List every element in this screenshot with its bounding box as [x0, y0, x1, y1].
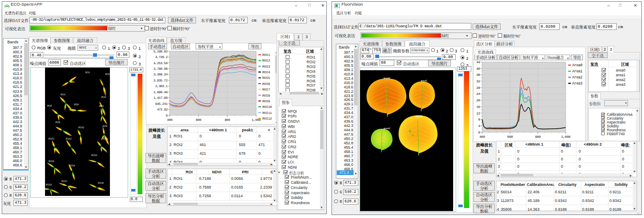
svg-text:ROI4: ROI4 [262, 70, 270, 74]
svg-text:ROI9: ROI9 [262, 99, 270, 103]
svg-text:400: 400 [480, 135, 486, 139]
svg-text:945.241: 945.241 [155, 102, 168, 106]
svg-text:28: 28 [476, 86, 480, 90]
svg-text:2,835.72: 2,835.72 [154, 79, 168, 82]
svg-text:16: 16 [476, 105, 480, 109]
svg-text:20: 20 [476, 98, 480, 102]
svg-text:ROI5: ROI5 [47, 105, 52, 107]
svg-text:2,363.1: 2,363.1 [155, 85, 168, 88]
svg-text:1,000: 1,000 [251, 118, 261, 122]
svg-text:600: 600 [507, 135, 513, 139]
svg-text:44: 44 [476, 61, 480, 64]
svg-text:area1: area1 [421, 79, 428, 82]
svg-text:ROI13: ROI13 [48, 138, 55, 140]
svg-text:ROI1: ROI1 [262, 53, 270, 57]
svg-text:3,308.34: 3,308.34 [154, 73, 168, 76]
svg-text:ROI12: ROI12 [66, 138, 72, 140]
svg-text:ROI1: ROI1 [85, 72, 90, 74]
svg-text:ROI3: ROI3 [262, 65, 270, 68]
svg-text:800: 800 [535, 135, 541, 139]
svg-text:ROI2: ROI2 [105, 73, 110, 75]
svg-text:24: 24 [476, 92, 480, 96]
svg-text:ROI2: ROI2 [262, 59, 270, 62]
svg-text:area2: area2 [415, 115, 422, 117]
svg-text:4: 4 [478, 124, 480, 128]
svg-text:ROI11: ROI11 [103, 138, 108, 140]
svg-text:600: 600 [196, 118, 201, 122]
svg-text:472.62: 472.62 [157, 108, 168, 111]
svg-text:ROI7: ROI7 [99, 105, 104, 107]
svg-text:ROI6: ROI6 [74, 104, 79, 106]
svg-text:ROI9: ROI9 [103, 125, 107, 127]
svg-text:ROI10: ROI10 [262, 105, 272, 109]
svg-text:area3: area3 [383, 127, 390, 130]
svg-text:ROI12: ROI12 [262, 117, 272, 120]
svg-text:ROI10: ROI10 [78, 127, 84, 129]
svg-text:Area0: Area0 [572, 63, 583, 68]
svg-text:3,780.96: 3,780.96 [154, 67, 168, 71]
svg-text:ROI3: ROI3 [61, 94, 65, 96]
svg-text:ROI16: ROI16 [69, 165, 75, 167]
svg-text:8: 8 [478, 117, 480, 121]
svg-text:ROI17: ROI17 [61, 180, 68, 182]
svg-text:40: 40 [476, 67, 480, 71]
svg-text:400: 400 [167, 118, 173, 122]
svg-text:1,000: 1,000 [561, 135, 570, 139]
svg-text:0: 0 [166, 114, 168, 117]
svg-text:ROI8: ROI8 [55, 121, 60, 124]
svg-text:ROI8: ROI8 [262, 94, 270, 98]
svg-text:5,198.82: 5,198.82 [154, 50, 168, 53]
svg-text:ROI7: ROI7 [262, 88, 270, 91]
svg-text:Area2: Area2 [572, 75, 583, 80]
svg-text:ROI18: ROI18 [98, 182, 104, 184]
svg-text:1,417.86: 1,417.86 [154, 96, 168, 100]
svg-text:Area3: Area3 [572, 81, 583, 86]
svg-text:ROI6: ROI6 [262, 82, 270, 86]
svg-text:ROI4: ROI4 [101, 96, 106, 98]
svg-text:1,890.48: 1,890.48 [154, 91, 168, 94]
svg-text:800: 800 [225, 118, 230, 122]
svg-text:area0: area0 [383, 77, 390, 79]
svg-text:ROI19: ROI19 [46, 184, 52, 186]
svg-text:ROI15: ROI15 [48, 160, 55, 163]
svg-text:36: 36 [476, 73, 480, 77]
svg-text:12: 12 [476, 111, 480, 115]
svg-text:Area1: Area1 [572, 69, 583, 74]
svg-text:4,253.58: 4,253.58 [154, 62, 168, 65]
svg-text:ROI5: ROI5 [262, 76, 270, 80]
svg-text:4,726.2: 4,726.2 [155, 55, 168, 59]
svg-text:ROI14: ROI14 [91, 154, 97, 156]
svg-text:0: 0 [478, 130, 480, 134]
svg-text:32: 32 [476, 79, 480, 83]
svg-text:ROI11: ROI11 [262, 111, 272, 115]
